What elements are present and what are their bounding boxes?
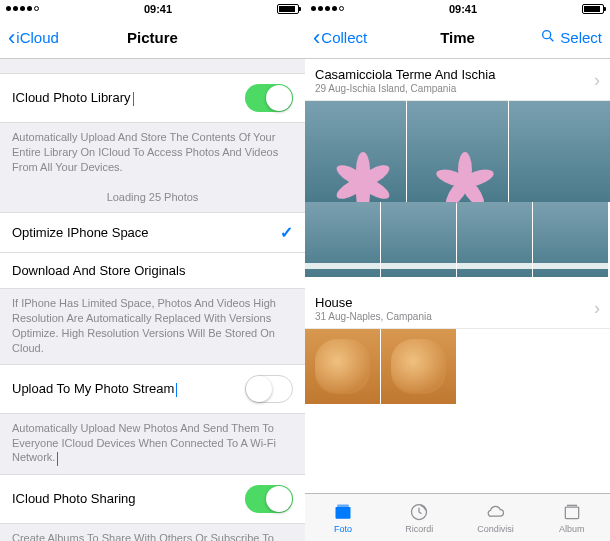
optimize-space-row[interactable]: Optimize IPhone Space ✓: [0, 212, 305, 253]
chevron-left-icon: ‹: [313, 27, 320, 49]
chevron-right-icon: ›: [594, 298, 600, 319]
moment-subtitle: 31 Aug-Naples, Campania: [315, 311, 432, 322]
icloud-photo-library-label: ICloud Photo Library: [12, 90, 131, 105]
moment-title: Casamicciola Terme And Ischia: [315, 67, 495, 82]
photo-sharing-row[interactable]: ICloud Photo Sharing: [0, 474, 305, 524]
optimize-space-label: Optimize IPhone Space: [12, 225, 149, 240]
icloud-photo-library-toggle[interactable]: [245, 84, 293, 112]
moment-header[interactable]: House 31 Aug-Naples, Campania ›: [305, 287, 610, 329]
tab-label: Album: [559, 524, 585, 534]
checkmark-icon: ✓: [280, 223, 293, 242]
moment-title: House: [315, 295, 432, 310]
tab-memories[interactable]: Ricordi: [381, 494, 457, 541]
tab-label: Foto: [334, 524, 352, 534]
icloud-photo-library-desc: Automatically Upload And Store The Conte…: [0, 123, 305, 183]
back-label: iCloud: [16, 29, 59, 46]
svg-point-0: [543, 31, 551, 39]
photo-thumbnail[interactable]: [407, 101, 508, 202]
page-title: Time: [440, 29, 475, 46]
photo-thumbnail[interactable]: [509, 101, 610, 202]
tab-label: Ricordi: [405, 524, 433, 534]
tab-photos[interactable]: Foto: [305, 494, 381, 541]
svg-rect-5: [565, 507, 578, 519]
photo-sharing-desc: Create Albums To Share With Others Or Su…: [0, 524, 305, 541]
moment-header[interactable]: Casamicciola Terme And Ischia 29 Aug-Isc…: [305, 59, 610, 101]
download-originals-row[interactable]: Download And Store Originals: [0, 253, 305, 289]
photo-stream-toggle[interactable]: [245, 375, 293, 403]
svg-rect-2: [336, 507, 351, 519]
photo-thumbnail[interactable]: [457, 202, 532, 277]
tab-shared[interactable]: Condivisi: [458, 494, 534, 541]
icloud-photo-library-row[interactable]: ICloud Photo Library: [0, 73, 305, 123]
svg-rect-3: [337, 504, 349, 507]
search-icon: [540, 28, 556, 47]
status-time: 09:41: [449, 3, 477, 15]
photo-thumbnail[interactable]: [381, 329, 456, 404]
clock-icon: [407, 502, 431, 522]
svg-line-1: [550, 38, 553, 41]
photo-thumbnail[interactable]: [381, 202, 456, 277]
cloud-icon: [484, 502, 508, 522]
status-time: 09:41: [144, 3, 172, 15]
tab-label: Condivisi: [477, 524, 514, 534]
photo-thumbnail[interactable]: [533, 202, 608, 277]
photos-icon: [331, 502, 355, 522]
photo-thumbnail[interactable]: [305, 202, 380, 277]
back-button[interactable]: ‹ iCloud: [8, 27, 59, 49]
chevron-left-icon: ‹: [8, 27, 15, 49]
page-title: Picture: [127, 29, 178, 46]
photo-stream-row[interactable]: Upload To My Photo Stream: [0, 364, 305, 414]
nav-bar: ‹ iCloud Picture: [0, 17, 305, 59]
loading-status: Loading 25 Photos: [0, 183, 305, 213]
select-button[interactable]: Select: [540, 28, 602, 47]
select-label: Select: [560, 29, 602, 46]
photo-thumbnail[interactable]: [305, 101, 406, 202]
back-button[interactable]: ‹ Collect: [313, 27, 367, 49]
back-label: Collect: [321, 29, 367, 46]
photo-stream-label: Upload To My Photo Stream: [12, 381, 174, 396]
photo-stream-desc: Automatically Upload New Photos And Send…: [0, 414, 305, 474]
optimize-desc: If IPhone Has Limited Space, Photos And …: [0, 289, 305, 363]
moment-subtitle: 29 Aug-Ischia Island, Campania: [315, 83, 495, 94]
album-icon: [560, 502, 584, 522]
photo-sharing-label: ICloud Photo Sharing: [12, 491, 136, 506]
status-bar: 09:41: [305, 0, 610, 17]
chevron-right-icon: ›: [594, 70, 600, 91]
tab-albums[interactable]: Album: [534, 494, 610, 541]
tab-bar: Foto Ricordi Condivisi Album: [305, 493, 610, 541]
photo-thumbnail[interactable]: [305, 329, 380, 404]
photo-sharing-toggle[interactable]: [245, 485, 293, 513]
download-originals-label: Download And Store Originals: [12, 263, 185, 278]
status-bar: 09:41: [0, 0, 305, 17]
nav-bar: ‹ Collect Time Select: [305, 17, 610, 59]
